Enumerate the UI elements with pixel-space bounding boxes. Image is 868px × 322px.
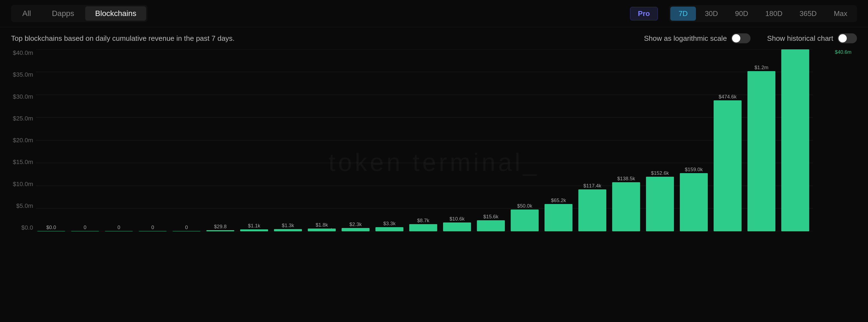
svg-rect-9 — [37, 231, 65, 231]
top-nav: All Dapps Blockchains Pro 7D 30D 90D 180… — [0, 0, 868, 27]
svg-rect-39 — [376, 227, 403, 231]
subtitle-row: Top blockchains based on daily cumulativ… — [0, 27, 868, 50]
time-90d[interactable]: 90D — [727, 7, 756, 21]
time-7d[interactable]: 7D — [670, 7, 696, 21]
tab-dapps[interactable]: Dapps — [42, 6, 84, 21]
y-label-40: $40.0m — [11, 50, 33, 57]
svg-text:$159.0k: $159.0k — [685, 167, 703, 172]
svg-rect-24 — [206, 230, 234, 231]
svg-rect-33 — [308, 229, 336, 231]
log-scale-control[interactable]: Show as logarithmic scale — [644, 33, 751, 43]
svg-text:$1.8k: $1.8k — [316, 222, 329, 228]
svg-rect-66 — [680, 173, 708, 231]
svg-text:$1.1k: $1.1k — [248, 223, 260, 229]
svg-text:$15.6k: $15.6k — [483, 214, 499, 220]
svg-text:$0.0: $0.0 — [46, 225, 56, 230]
tab-all[interactable]: All — [12, 6, 41, 21]
log-scale-toggle[interactable] — [731, 33, 750, 43]
svg-text:$138.5k: $138.5k — [617, 176, 635, 182]
eth-right-scale: $40.6m — [835, 50, 851, 231]
tab-blockchains[interactable]: Blockchains — [85, 6, 146, 21]
svg-text:$8.7k: $8.7k — [417, 218, 430, 223]
time-365d[interactable]: 365D — [792, 7, 825, 21]
svg-text:$117.4k: $117.4k — [584, 183, 602, 189]
svg-text:0: 0 — [151, 225, 154, 230]
eth-scale-top: $40.6m — [835, 50, 851, 55]
svg-text:$10.6k: $10.6k — [450, 216, 465, 222]
bar-chart-svg: $0.0 Zcash 0 Cardano 0 Litecoin 0 Bitcoi… — [36, 50, 813, 231]
svg-rect-54 — [545, 204, 572, 231]
svg-rect-75 — [781, 50, 809, 231]
chart-area: token terminal_ $0.0 $5.0m $10.0m $15.0m… — [0, 50, 868, 276]
svg-rect-57 — [579, 189, 606, 231]
pro-badge: Pro — [630, 7, 658, 21]
y-label-25: $25.0m — [11, 115, 33, 122]
svg-text:$1.3k: $1.3k — [282, 223, 294, 228]
historical-label: Show historical chart — [767, 34, 833, 43]
svg-text:0: 0 — [185, 225, 188, 230]
svg-rect-36 — [342, 228, 370, 231]
y-label-35: $35.0m — [11, 71, 33, 78]
svg-text:$29.8: $29.8 — [214, 224, 227, 229]
time-30d[interactable]: 30D — [696, 7, 726, 21]
svg-rect-18 — [139, 231, 166, 231]
svg-text:$2.3k: $2.3k — [349, 222, 362, 227]
svg-rect-63 — [646, 177, 674, 231]
log-scale-label: Show as logarithmic scale — [644, 34, 727, 43]
y-label-30: $30.0m — [11, 93, 33, 100]
time-group: 7D 30D 90D 180D 365D Max — [669, 5, 857, 22]
tab-group: All Dapps Blockchains — [11, 5, 148, 22]
svg-rect-69 — [714, 100, 741, 231]
svg-rect-42 — [409, 224, 437, 231]
svg-rect-72 — [747, 71, 775, 231]
svg-text:$152.6k: $152.6k — [651, 170, 669, 176]
svg-text:$50.0k: $50.0k — [517, 203, 533, 209]
svg-text:$3.3k: $3.3k — [383, 221, 396, 226]
svg-rect-27 — [240, 229, 268, 231]
y-axis: $0.0 $5.0m $10.0m $15.0m $20.0m $25.0m $… — [11, 50, 33, 231]
svg-text:$65.2k: $65.2k — [551, 198, 566, 203]
historical-control[interactable]: Show historical chart — [767, 33, 857, 43]
svg-text:$474.6k: $474.6k — [718, 94, 737, 99]
svg-rect-48 — [477, 220, 505, 231]
svg-rect-12 — [71, 231, 99, 231]
svg-text:0: 0 — [118, 225, 120, 230]
subtitle-text: Top blockchains based on daily cumulativ… — [11, 34, 235, 43]
historical-knob — [838, 34, 847, 42]
svg-text:0: 0 — [84, 225, 86, 230]
svg-text:$1.2m: $1.2m — [754, 65, 769, 70]
svg-rect-21 — [173, 231, 200, 231]
right-nav: Pro 7D 30D 90D 180D 365D Max — [630, 5, 857, 22]
svg-rect-60 — [612, 182, 640, 231]
historical-toggle[interactable] — [838, 33, 857, 43]
y-label-5: $5.0m — [11, 202, 33, 210]
y-label-10: $10.0m — [11, 181, 33, 188]
log-scale-knob — [732, 34, 740, 42]
time-180d[interactable]: 180D — [757, 7, 791, 21]
svg-rect-15 — [105, 231, 133, 231]
svg-rect-51 — [510, 210, 538, 231]
time-max[interactable]: Max — [826, 7, 856, 21]
svg-rect-30 — [274, 229, 302, 231]
y-label-15: $15.0m — [11, 159, 33, 166]
y-label-20: $20.0m — [11, 137, 33, 144]
svg-rect-45 — [443, 223, 471, 231]
y-label-0: $0.0 — [11, 224, 33, 231]
controls-row: Show as logarithmic scale Show historica… — [644, 33, 857, 43]
